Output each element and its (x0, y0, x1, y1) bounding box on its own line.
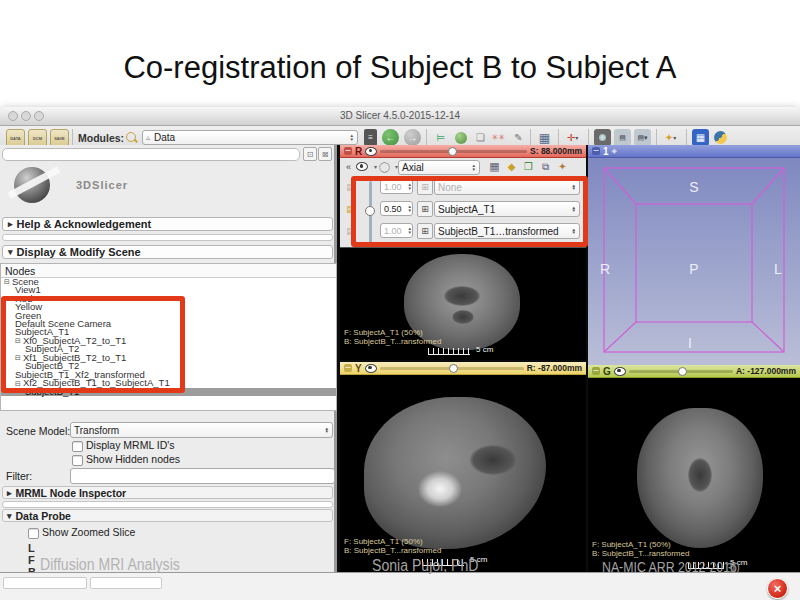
show-hidden-nodes-label: Show Hidden nodes (86, 453, 180, 465)
python-console-icon[interactable] (712, 129, 729, 146)
chain-icon[interactable]: ⧉ (539, 160, 552, 173)
hide-panel-icon[interactable]: ⊠ (318, 147, 332, 161)
orientation-selector[interactable]: Axial (398, 160, 480, 175)
modules-list-icon[interactable]: ⊨ (432, 129, 449, 146)
scene-view-menu-icon[interactable]: ▤▾ (634, 129, 651, 146)
expander-icon[interactable] (4, 277, 12, 287)
markups-icon[interactable]: ✳✳ (490, 129, 507, 146)
annotation-box-node-list (1, 296, 185, 393)
visibility-eye-icon[interactable] (614, 367, 626, 376)
module-icon: ▵ (146, 133, 150, 142)
minimize-view-icon[interactable] (344, 364, 352, 372)
crosshair-icon[interactable]: ✦▾ (662, 129, 679, 146)
section-strip (2, 501, 333, 508)
tree-node[interactable]: View1 (1, 286, 336, 294)
pin-controller-icon[interactable]: « (342, 160, 355, 173)
center-view-icon[interactable]: ◈ (612, 147, 617, 155)
mrml-inspector-header[interactable]: MRML Node Inspector (2, 486, 333, 499)
status-segment (90, 577, 162, 589)
filter-label: Filter: (6, 470, 32, 482)
probe-letter-f: F (28, 554, 35, 566)
sagittal-mri-image[interactable]: F: SubjectA_T1 (50%) B: SubjectB_T...ran… (340, 375, 586, 572)
display-section-header[interactable]: Display & Modify Scene (2, 245, 333, 259)
yellow-slice-view: Y R: -87.000mm F: SubjectA_T1 (50%) B: S… (340, 362, 586, 572)
toolbar-separator (558, 129, 559, 146)
axial-mri-image[interactable]: F: SubjectA_T1 (50%) B: SubjectB_T...ran… (340, 248, 586, 360)
toolbar-separator (530, 129, 531, 146)
combo-arrows-icon (350, 134, 354, 140)
foreground-overlay-text: F: SubjectA_T1 (50%) (592, 540, 671, 549)
red-slice-position: S: 88.000mm (530, 146, 582, 156)
data-probe-header[interactable]: Data Probe (2, 509, 333, 522)
toolbar-separator (686, 129, 687, 146)
tree-node-scene[interactable]: Scene (1, 278, 336, 286)
module-selector[interactable]: ▵ Data (142, 130, 358, 145)
layout-grid-icon[interactable]: ▦ (536, 129, 553, 146)
window-title: 3D Slicer 4.5.0-2015-12-14 (0, 110, 800, 121)
slider-thumb[interactable] (678, 367, 687, 376)
show-zoomed-slice-label: Show Zoomed Slice (42, 526, 135, 538)
minimize-view-icon[interactable] (592, 367, 600, 375)
foreground-overlay-text: F: SubjectA_T1 (50%) (344, 328, 423, 337)
probe-letter-l: L (28, 542, 35, 554)
visibility-eye-icon[interactable] (365, 147, 377, 156)
show-zoomed-slice-checkbox[interactable] (28, 528, 39, 539)
scale-ruler (428, 348, 470, 355)
page-number: 30 (726, 560, 740, 576)
mouse-mode-pin-icon[interactable]: ✛▾ (564, 129, 581, 146)
toolbar-separator (72, 129, 73, 146)
forward-arrow-icon[interactable]: → (404, 129, 421, 146)
coronal-mri-image[interactable]: F: SubjectA_T1 (50%) B: SubjectB_T...ran… (588, 378, 800, 572)
screenshot-camera-icon[interactable] (594, 129, 611, 146)
module-search-icon[interactable] (126, 132, 136, 142)
filter-input[interactable] (70, 468, 335, 484)
status-bar (0, 572, 800, 600)
scene-model-selector[interactable]: Transform (70, 422, 333, 438)
toolbar-separator (588, 129, 589, 146)
slider-thumb[interactable] (449, 364, 458, 373)
module-breadcrumb-bar (2, 148, 300, 161)
svg-text:L: L (774, 261, 782, 277)
layers-icon[interactable]: ❏ (472, 129, 489, 146)
minimize-view-icon[interactable] (592, 147, 600, 155)
threed-scene-canvas[interactable]: S R P L I (588, 158, 800, 365)
slice-offset-slider[interactable] (629, 365, 733, 378)
module-history-icon[interactable]: ≡ (364, 129, 377, 146)
display-mrml-ids-checkbox[interactable] (72, 441, 83, 452)
help-section-header[interactable]: Help & Acknowledgement (2, 217, 333, 231)
ruler-icon[interactable]: ◆ (505, 160, 518, 173)
group-icon[interactable]: ✦ (556, 160, 569, 173)
slider-thumb[interactable] (448, 147, 457, 156)
green-slice-view: G A: -127.000mm F: SubjectA_T1 (50%) B: … (588, 365, 800, 572)
background-overlay-text: B: SubjectB_T...ransformed (592, 549, 689, 558)
svg-text:P: P (689, 261, 698, 277)
scene-view-icon[interactable]: ▤ (614, 129, 631, 146)
globe-icon[interactable] (452, 129, 469, 146)
toolbar-separator (656, 129, 657, 146)
show-hidden-nodes-checkbox[interactable] (72, 455, 83, 466)
svg-text:R: R (600, 261, 610, 277)
tree-column-header: Nodes (1, 264, 336, 278)
slide-title: Co-registration of Subject B to Subject … (0, 50, 800, 86)
visibility-eye-icon[interactable] (365, 364, 377, 373)
window-titlebar: 3D Slicer 4.5.0-2015-12-14 (0, 107, 800, 126)
minimize-view-icon[interactable] (344, 147, 352, 155)
cube-icon[interactable]: ❒ (522, 160, 535, 173)
close-icon[interactable] (767, 578, 788, 599)
slice-visibility-eye-icon[interactable] (356, 162, 368, 171)
foreground-overlay-text: F: SubjectA_T1 (50%) (344, 537, 423, 546)
extensions-manager-icon[interactable]: ▦ (692, 129, 709, 146)
red-view-letter: R (355, 146, 362, 157)
status-segment (3, 577, 87, 589)
threed-view-tab: 1 (603, 146, 609, 157)
annotation-box-volume-selectors (351, 176, 588, 247)
slice-offset-slider[interactable] (380, 145, 527, 158)
fit-grid-icon[interactable]: ▦ (488, 160, 501, 173)
annotate-pencil-icon[interactable]: ✎ (510, 129, 527, 146)
slicer-logo-text: 3DSlicer (76, 179, 128, 191)
slice-offset-slider[interactable] (380, 362, 524, 375)
undock-panel-icon[interactable]: ⊡ (303, 147, 317, 161)
back-arrow-icon[interactable]: ← (382, 129, 399, 146)
footer-author: Sonia Pujol, PhD (372, 557, 478, 575)
yellow-view-letter: Y (355, 363, 362, 374)
